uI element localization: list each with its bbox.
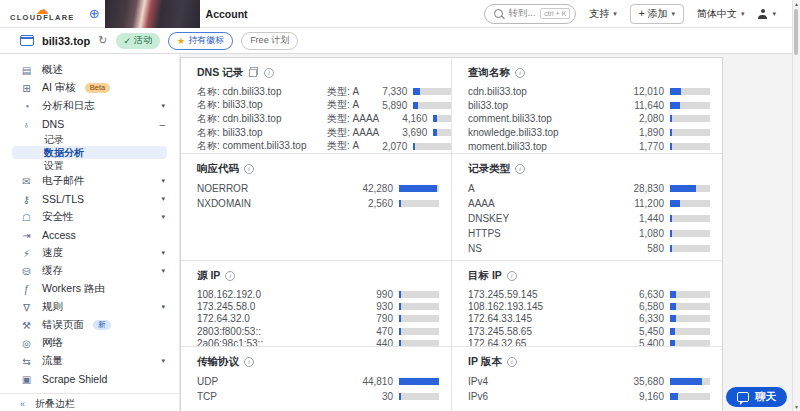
sidebar-items: ▤概述⊞AI 审核Beta◔分析和日志▾♁DNS–记录数据分析设置✉电子邮件▾⚷… [0, 61, 179, 388]
metric-value: 12,010 [616, 86, 664, 97]
info-icon[interactable]: i [225, 271, 235, 281]
metric-value: 2,070 [359, 141, 407, 152]
sidebar-item-dns-analytics[interactable]: 数据分析 [12, 146, 167, 159]
panel-header: DNS 记录i [197, 66, 439, 79]
copy-icon[interactable] [248, 67, 259, 78]
traffic-icon: ⇆ [20, 356, 33, 367]
metric-value: 930 [345, 301, 393, 312]
metric-row: HTTPS1,080 [468, 226, 710, 241]
info-icon[interactable]: i [244, 164, 254, 174]
metric-label: 108.162.192.0 [197, 289, 345, 300]
panel-title: 查询名称 [468, 66, 510, 80]
chat-button[interactable]: 聊天 [726, 387, 787, 407]
scrollbar-down-arrow[interactable]: ▼ [793, 404, 800, 410]
sidebar-item-label: AI 审核 [42, 81, 76, 95]
metric-bar-fill [670, 230, 672, 237]
sidebar-item-ssl-tls[interactable]: ⚷SSL/TLS▾ [0, 190, 179, 208]
sidebar-item-error-pages[interactable]: ⚒错误页面新 [0, 316, 179, 334]
search-shortcut-kbd: ctrl + K [540, 8, 570, 19]
sidebar-item-caching[interactable]: ⛁缓存▾ [0, 262, 179, 280]
sidebar-item-label: Scrape Shield [42, 373, 107, 385]
chevron-down-icon: ▾ [161, 267, 165, 275]
sidebar-item-ai-audit[interactable]: ⊞AI 审核Beta [0, 79, 179, 97]
sidebar-item-access[interactable]: ⇥Access [0, 226, 179, 244]
add-button[interactable]: + 添加 ▾ [630, 4, 684, 24]
page-scrollbar[interactable]: ▲ ▼ [792, 0, 800, 411]
metric-row: DNSKEY1,440 [468, 211, 710, 226]
speed-icon: ⚡ [20, 248, 33, 259]
metric-label: 2a06:98c1:53:: [197, 338, 345, 346]
user-menu[interactable]: ▾ [757, 9, 776, 19]
security-icon: ☖ [20, 212, 33, 223]
panel-header: 响应代码i [197, 162, 439, 175]
metric-row: 名称: bili33.top类型: A5,890 [197, 99, 439, 113]
info-icon[interactable]: i [507, 357, 517, 367]
sidebar-item-label: 电子邮件 [42, 174, 84, 188]
search-placeholder: 转到... [508, 7, 535, 20]
analytics-icon: ◔ [20, 101, 33, 112]
chevron-down-icon: ▾ [161, 177, 165, 185]
sidebar-item-label: 设置 [44, 159, 64, 173]
sidebar-item-workers-routes[interactable]: ƒWorkers 路由 [0, 280, 179, 298]
collapse-sidebar-button[interactable]: « 折叠边栏 [0, 393, 179, 411]
metric-row: bili33.top11,640 [468, 99, 710, 113]
chevron-down-icon: ▾ [161, 249, 165, 257]
chevron-down-icon: ▾ [741, 10, 745, 18]
metric-label: comment.bili33.top [468, 113, 616, 124]
sidebar-item-dns-settings[interactable]: 设置 [0, 159, 179, 172]
sidebar-item-email[interactable]: ✉电子邮件▾ [0, 172, 179, 190]
metric-bar-fill [399, 393, 401, 400]
metric-label: UDP [197, 376, 345, 387]
info-icon[interactable]: i [244, 357, 254, 367]
sidebar-item-network[interactable]: ◎网络 [0, 334, 179, 352]
sidebar-item-analytics-logs[interactable]: ◔分析和日志▾ [0, 97, 179, 115]
language-menu[interactable]: 简体中文 ▾ [697, 7, 745, 21]
cloudflare-logo[interactable]: ☁ CLOUDFLARE [10, 5, 75, 22]
metric-value: 2,080 [616, 113, 664, 124]
sidebar-item-dns-records[interactable]: 记录 [0, 133, 179, 146]
zone-name[interactable]: bili33.top [42, 35, 90, 47]
metric-bar-fill [670, 315, 676, 322]
metric-bar-fill [670, 200, 680, 207]
panel-source-ip: 源 IPi108.162.192.0990173.245.58.0930172.… [181, 260, 451, 346]
metric-bar-fill [670, 328, 675, 335]
metric-bar-fill [670, 378, 702, 385]
metric-bar-fill [670, 340, 675, 346]
info-icon[interactable]: i [264, 68, 274, 78]
metric-label: 172.64.32.0 [197, 313, 345, 324]
sidebar-item-rules[interactable]: ∇规则▾ [0, 298, 179, 316]
sidebar-item-dns[interactable]: ♁DNS– [0, 115, 179, 133]
chevron-down-icon: ▾ [161, 213, 165, 221]
sidebar-item-label: Workers 路由 [42, 282, 105, 296]
metric-label: 108.162.193.145 [468, 301, 616, 312]
metric-label: knowledge.bili33.top [468, 127, 616, 138]
user-icon [757, 9, 768, 19]
metric-bar-fill [399, 303, 401, 310]
metric-row: 172.64.32.655,400 [468, 338, 710, 346]
scrollbar-up-arrow[interactable]: ▲ [793, 1, 800, 7]
scrollbar-thumb[interactable] [794, 9, 798, 55]
metric-bar-fill [399, 185, 437, 192]
star-badge: ★ 持有徽标 [168, 32, 233, 50]
metric-bar-fill [670, 185, 696, 192]
metric-bar [413, 88, 451, 95]
info-icon[interactable]: i [507, 271, 517, 281]
support-menu[interactable]: 支持 ▾ [589, 7, 617, 21]
sidebar-item-overview[interactable]: ▤概述 [0, 61, 179, 79]
metric-value: 44,810 [345, 376, 393, 387]
search-input[interactable]: 转到... ctrl + K [484, 4, 576, 24]
metric-row: 173.245.59.1456,630 [468, 288, 710, 300]
metric-bar-fill [670, 303, 676, 310]
info-icon[interactable]: i [515, 164, 525, 174]
sidebar-item-security[interactable]: ☖安全性▾ [0, 208, 179, 226]
ai-audit-icon: ⊞ [20, 83, 33, 94]
chevron-down-icon: ▾ [671, 10, 675, 18]
dns-icon: ♁ [20, 119, 33, 130]
info-icon[interactable]: i [515, 68, 525, 78]
sidebar-item-speed[interactable]: ⚡速度▾ [0, 244, 179, 262]
analytics-panels-grid: DNS 记录i名称: cdn.bili33.top类型: A7,330名称: b… [181, 58, 722, 411]
sidebar-item-scrape-shield[interactable]: ▣Scrape Shield [0, 370, 179, 388]
refresh-icon[interactable]: ↻ [98, 34, 107, 47]
sidebar-item-traffic[interactable]: ⇆流量▾ [0, 352, 179, 370]
plan-badge-label: Free 计划 [250, 34, 289, 47]
